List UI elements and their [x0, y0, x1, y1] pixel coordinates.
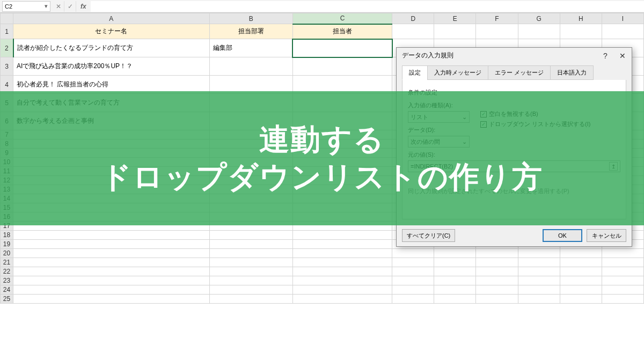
cell[interactable]	[292, 240, 392, 249]
cell[interactable]	[518, 258, 560, 267]
row-header[interactable]: 21	[1, 258, 13, 267]
col-header-c[interactable]: C	[292, 13, 392, 24]
cell[interactable]	[209, 258, 292, 267]
name-box[interactable]: C2 ▾	[2, 1, 50, 12]
cell[interactable]	[518, 295, 560, 304]
cell[interactable]	[602, 267, 643, 276]
cell[interactable]	[518, 285, 560, 295]
cell[interactable]	[209, 295, 292, 304]
cell[interactable]	[13, 231, 210, 240]
cell[interactable]	[602, 285, 643, 295]
select-all-corner[interactable]	[1, 13, 13, 24]
tab-input-message[interactable]: 入力時メッセージ	[427, 65, 488, 80]
cell[interactable]	[392, 276, 434, 285]
cell[interactable]	[476, 24, 518, 39]
col-header-i[interactable]: I	[602, 13, 643, 24]
cell[interactable]	[292, 276, 392, 285]
cell[interactable]	[476, 258, 518, 267]
cell[interactable]	[518, 267, 560, 276]
cell[interactable]	[392, 267, 434, 276]
row-header[interactable]: 22	[1, 267, 13, 276]
cell[interactable]	[392, 258, 434, 267]
cell[interactable]	[518, 276, 560, 285]
cell[interactable]	[209, 231, 292, 240]
cell[interactable]	[392, 295, 434, 304]
cell[interactable]	[602, 276, 643, 285]
col-header-d[interactable]: D	[392, 13, 434, 24]
cell[interactable]	[292, 267, 392, 276]
cell[interactable]	[434, 295, 476, 304]
dialog-titlebar[interactable]: データの入力規則 ? ✕	[397, 48, 632, 63]
cell[interactable]: 担当者	[292, 24, 392, 39]
cell[interactable]	[392, 24, 434, 39]
cell[interactable]	[434, 258, 476, 267]
cell[interactable]	[518, 249, 560, 258]
cell[interactable]	[13, 295, 210, 304]
tab-ime[interactable]: 日本語入力	[550, 65, 594, 80]
cell[interactable]	[560, 258, 602, 267]
cell[interactable]	[518, 24, 560, 39]
row-header[interactable]: 19	[1, 240, 13, 249]
cell[interactable]	[209, 267, 292, 276]
cell[interactable]	[13, 258, 210, 267]
cell[interactable]	[13, 267, 210, 276]
row-header[interactable]: 2	[1, 39, 13, 57]
cell[interactable]	[209, 285, 292, 295]
cell[interactable]	[560, 295, 602, 304]
cell[interactable]	[476, 285, 518, 295]
cell[interactable]	[209, 249, 292, 258]
cell[interactable]	[209, 276, 292, 285]
accept-formula-icon[interactable]: ✓	[64, 1, 76, 12]
cell[interactable]: 担当部署	[209, 24, 292, 39]
cell[interactable]	[476, 249, 518, 258]
cell[interactable]	[292, 285, 392, 295]
cell[interactable]	[560, 285, 602, 295]
cell[interactable]	[434, 249, 476, 258]
fx-icon[interactable]: fx	[80, 3, 86, 10]
cell[interactable]	[602, 24, 643, 39]
cell[interactable]	[292, 249, 392, 258]
cell[interactable]	[13, 276, 210, 285]
cell[interactable]	[13, 240, 210, 249]
col-header-g[interactable]: G	[518, 13, 560, 24]
row-header[interactable]: 24	[1, 285, 13, 295]
cell[interactable]	[476, 267, 518, 276]
tab-settings[interactable]: 設定	[402, 65, 428, 80]
cell[interactable]	[292, 295, 392, 304]
cell[interactable]: AIで飛び込み営業の成功率200％UP！？	[13, 57, 210, 76]
col-header-f[interactable]: F	[476, 13, 518, 24]
row-header[interactable]: 1	[1, 24, 13, 39]
cell[interactable]	[560, 276, 602, 285]
cell[interactable]	[434, 285, 476, 295]
row-header[interactable]: 18	[1, 231, 13, 240]
row-header[interactable]: 3	[1, 57, 13, 76]
cell[interactable]	[560, 24, 602, 39]
col-header-b[interactable]: B	[209, 13, 292, 24]
cell[interactable]	[392, 285, 434, 295]
tab-error-message[interactable]: エラー メッセージ	[488, 65, 551, 80]
help-icon[interactable]: ?	[602, 52, 609, 60]
ok-button[interactable]: OK	[543, 229, 582, 242]
formula-input[interactable]	[91, 1, 644, 12]
cell[interactable]	[292, 57, 392, 76]
cell[interactable]	[560, 267, 602, 276]
col-header-e[interactable]: E	[434, 13, 476, 24]
cell[interactable]	[476, 295, 518, 304]
cell[interactable]: 編集部	[209, 39, 292, 57]
cell[interactable]	[434, 24, 476, 39]
cell[interactable]	[392, 249, 434, 258]
cell[interactable]	[602, 249, 643, 258]
cell[interactable]	[209, 57, 292, 76]
cell[interactable]	[292, 258, 392, 267]
cancel-button[interactable]: キャンセル	[587, 229, 626, 242]
cell[interactable]	[602, 258, 643, 267]
row-header[interactable]: 25	[1, 295, 13, 304]
close-icon[interactable]: ✕	[619, 52, 626, 60]
cell[interactable]	[209, 240, 292, 249]
row-header[interactable]: 20	[1, 249, 13, 258]
col-header-a[interactable]: A	[13, 13, 210, 24]
active-cell[interactable]	[292, 39, 392, 57]
clear-all-button[interactable]: すべてクリア(C)	[402, 229, 455, 242]
row-header[interactable]: 23	[1, 276, 13, 285]
cell[interactable]: 読者が紹介したくなるブランドの育て方	[13, 39, 210, 57]
